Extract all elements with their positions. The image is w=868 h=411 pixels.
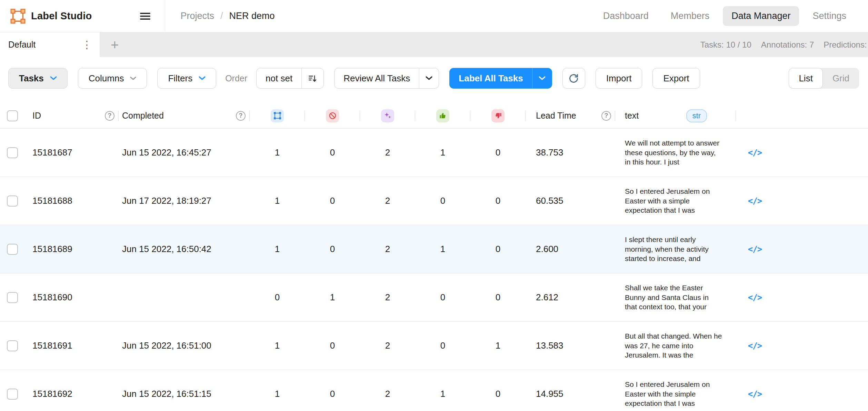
thumb-down-icon [491,109,505,122]
rejected-count: 0 [470,225,526,273]
annotated-count: 0 [250,273,305,321]
annotated-count: 1 [250,322,305,370]
label-all-tasks-label: Label All Tasks [450,68,532,88]
chevron-down-icon [50,76,57,80]
table-row[interactable]: 15181690 0 1 2 0 0 2.612 Shall we take t… [0,273,868,322]
review-all-tasks-button[interactable]: Review All Tasks [334,68,439,89]
row-checkbox[interactable] [7,292,18,303]
cancelled-count: 0 [305,129,360,177]
predictions-sparkles-icon [381,109,394,122]
table-row[interactable]: 15181691 Jun 15 2022, 16:51:00 1 0 2 0 1… [0,322,868,370]
row-checkbox[interactable] [7,244,18,255]
app-name: Label Studio [31,10,92,22]
label-dropdown-toggle[interactable] [532,68,552,88]
task-id-cell: 15181687 [22,129,119,177]
export-button[interactable]: Export [652,68,700,89]
text-snippet: But all that changed. When he was 27, he… [625,331,722,360]
header-source [736,103,774,128]
columns-dropdown-label: Columns [89,73,124,84]
nav-item-dashboard[interactable]: Dashboard [595,6,657,26]
refresh-button[interactable] [562,68,585,89]
top-navigation: Dashboard Members Data Manager Settings [595,6,855,26]
table-row[interactable]: 15181692 Jun 15 2022, 16:51:15 1 0 2 1 0… [0,370,868,411]
header-predictions[interactable] [360,103,415,128]
review-all-tasks-label: Review All Tasks [335,68,419,88]
rejected-count: 0 [470,370,526,411]
predictions-count: 2 [360,322,415,370]
predictions-count: 2 [360,129,415,177]
stat-tasks: Tasks: 10 / 10 [700,40,751,50]
header-rejected[interactable] [470,103,526,128]
cancelled-count: 0 [305,177,360,225]
predictions-count: 2 [360,177,415,225]
accepted-count: 1 [415,129,470,177]
cancelled-icon [326,109,339,122]
order-value: not set [257,68,301,88]
view-list-button[interactable]: List [789,68,822,89]
breadcrumb-projects-link[interactable]: Projects [180,11,214,21]
tab-default[interactable]: Default ⋮ [0,32,100,57]
source-code-icon[interactable]: </> [748,148,762,158]
row-checkbox[interactable] [7,389,18,400]
nav-item-members[interactable]: Members [662,6,718,26]
select-all-checkbox[interactable] [7,110,18,121]
hamburger-icon [140,12,150,20]
task-id-cell: 15181688 [22,177,119,225]
header-annotated[interactable] [250,103,305,128]
order-dropdown[interactable]: not set [256,68,324,89]
header-text[interactable]: text str [615,103,736,128]
completed-cell: Jun 15 2022, 16:51:00 [119,322,250,370]
import-button[interactable]: Import [596,68,642,89]
source-code-icon[interactable]: </> [748,341,762,351]
table-row[interactable]: 15181687 Jun 15 2022, 16:45:27 1 0 2 1 0… [0,129,868,177]
accepted-count: 0 [415,273,470,321]
row-checkbox[interactable] [7,147,18,158]
project-stats: Tasks: 10 / 10 Annotations: 7 Prediction… [700,32,868,57]
tasks-dropdown-label: Tasks [19,73,44,84]
header-lead-time[interactable]: Lead Time ? [526,103,615,128]
row-checkbox[interactable] [7,196,18,207]
table-row[interactable]: 15181688 Jun 17 2022, 18:19:27 1 0 2 0 0… [0,177,868,225]
filters-dropdown[interactable]: Filters [157,68,216,89]
predictions-count: 2 [360,370,415,411]
completed-cell: Jun 15 2022, 16:45:27 [119,129,250,177]
breadcrumb-separator: / [220,11,223,21]
help-icon: ? [601,111,611,121]
header-divider [165,0,165,32]
filters-dropdown-label: Filters [168,73,192,84]
accepted-count: 1 [415,370,470,411]
breadcrumb: Projects / NER demo [180,11,275,21]
add-tab-button[interactable]: + [111,38,119,52]
predictions-count: 2 [360,225,415,273]
lead-time-cell: 38.753 [526,129,615,177]
header-id[interactable]: ID ? [22,103,119,128]
rejected-count: 1 [470,322,526,370]
nav-item-settings[interactable]: Settings [804,6,855,26]
text-snippet: I slept there until early morning, when … [625,235,722,264]
header-cancelled[interactable] [305,103,360,128]
source-code-icon[interactable]: </> [748,293,762,302]
label-studio-logo[interactable]: Label Studio [10,9,92,24]
completed-cell: Jun 17 2022, 18:19:27 [119,177,250,225]
review-dropdown-toggle[interactable] [419,68,439,88]
row-checkbox[interactable] [7,340,18,351]
hamburger-menu-button[interactable] [140,12,150,20]
kebab-icon: ⋮ [82,39,92,50]
columns-dropdown[interactable]: Columns [78,68,147,89]
view-grid-button[interactable]: Grid [823,68,859,89]
tab-menu-button[interactable]: ⋮ [79,40,95,50]
nav-item-data-manager[interactable]: Data Manager [723,6,799,26]
header-accepted[interactable] [415,103,470,128]
text-snippet: Shall we take the Easter Bunny and Santa… [625,283,722,312]
sort-direction-icon [301,68,323,88]
source-code-icon[interactable]: </> [748,244,762,254]
header-completed[interactable]: Completed ? [119,103,250,128]
table-header-row: ID ? Completed ? [0,103,868,129]
table-row[interactable]: 15181689 Jun 15 2022, 16:50:42 1 0 2 1 0… [0,225,868,273]
rejected-count: 0 [470,177,526,225]
label-all-tasks-button[interactable]: Label All Tasks [449,68,552,89]
tasks-dropdown[interactable]: Tasks [8,68,68,89]
completed-cell: Jun 15 2022, 16:50:42 [119,225,250,273]
source-code-icon[interactable]: </> [748,196,762,206]
source-code-icon[interactable]: </> [748,389,762,399]
